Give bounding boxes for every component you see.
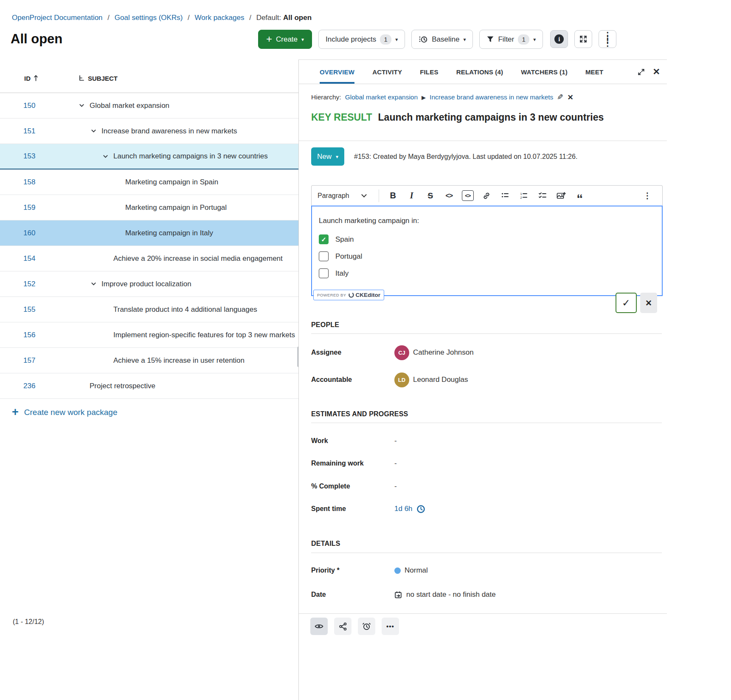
- strikethrough-icon[interactable]: S: [422, 188, 439, 204]
- editor-paragraph[interactable]: Launch marketing campaign in:: [319, 217, 655, 225]
- wp-subject[interactable]: Marketing campaign in Portugal: [125, 203, 227, 212]
- todo-list-icon[interactable]: [534, 188, 551, 204]
- tab-files[interactable]: FILES: [420, 60, 439, 84]
- wp-id-link[interactable]: 152: [23, 280, 35, 288]
- more-actions-button[interactable]: •••: [382, 618, 399, 635]
- breadcrumb-link-goal-settings[interactable]: Goal settings (OKRs): [115, 14, 183, 22]
- wp-subject[interactable]: Project retrospective: [90, 382, 155, 390]
- collapse-chevron-icon[interactable]: [90, 281, 101, 287]
- editor-content-area[interactable]: Launch marketing campaign in: ✓ Spain Po…: [311, 206, 663, 296]
- wp-subject[interactable]: Implement region-specific features for t…: [113, 331, 295, 339]
- wp-id-link[interactable]: 156: [23, 331, 35, 339]
- enlarge-panel-icon[interactable]: [638, 68, 645, 76]
- spent-time-link[interactable]: 1d 6h: [394, 505, 413, 513]
- cancel-button[interactable]: ✕: [640, 293, 657, 313]
- fullscreen-button[interactable]: [574, 30, 592, 48]
- breadcrumb-link-project[interactable]: OpenProject Documentation: [12, 14, 103, 22]
- remaining-work-value[interactable]: -: [394, 459, 397, 468]
- column-header-subject[interactable]: SUBJECT: [79, 75, 118, 82]
- more-menu-button[interactable]: ⋮⋮⋮: [599, 30, 616, 48]
- wp-id-link[interactable]: 154: [23, 254, 35, 262]
- watch-button[interactable]: [310, 618, 328, 635]
- baseline-button[interactable]: Baseline ▾: [411, 30, 473, 49]
- checklist-item-label[interactable]: Italy: [335, 269, 349, 278]
- breadcrumb-link-work-packages[interactable]: Work packages: [195, 14, 245, 22]
- wp-id-link[interactable]: 160: [23, 229, 35, 237]
- tab-relations[interactable]: RELATIONS (4): [456, 60, 503, 84]
- checkbox-unchecked-icon[interactable]: [319, 251, 329, 261]
- work-value[interactable]: -: [394, 437, 397, 445]
- inline-code-icon[interactable]: <>: [440, 188, 458, 204]
- wp-id-link[interactable]: 155: [23, 305, 35, 313]
- reminder-button[interactable]: [358, 618, 375, 635]
- wp-id-link[interactable]: 158: [23, 178, 35, 186]
- wp-subject[interactable]: Achieve a 20% increase in social media e…: [113, 254, 283, 263]
- bulleted-list-icon[interactable]: [496, 188, 514, 204]
- checkbox-checked-icon[interactable]: ✓: [319, 234, 329, 244]
- share-icon: [339, 622, 347, 631]
- numbered-list-icon[interactable]: 12: [515, 188, 533, 204]
- tab-activity[interactable]: ACTIVITY: [372, 60, 402, 84]
- assignee-name[interactable]: Catherine Johnson: [413, 348, 474, 357]
- save-button[interactable]: ✓: [616, 293, 637, 313]
- priority-row: Priority * Normal: [311, 563, 658, 578]
- info-button[interactable]: i: [550, 30, 568, 48]
- italic-icon[interactable]: I: [403, 188, 421, 204]
- link-icon[interactable]: [478, 188, 495, 204]
- accountable-value[interactable]: LD Leonard Douglas: [394, 373, 468, 387]
- share-button[interactable]: [334, 618, 351, 635]
- checklist-item-label[interactable]: Portugal: [335, 252, 362, 261]
- percent-complete-value[interactable]: -: [394, 482, 397, 491]
- wp-subject[interactable]: Improve product localization: [101, 280, 191, 288]
- insert-image-icon[interactable]: [552, 188, 570, 204]
- log-time-clock-icon[interactable]: [416, 505, 425, 514]
- include-projects-button[interactable]: Include projects 1 ▾: [318, 30, 405, 49]
- priority-value[interactable]: Normal: [394, 566, 428, 575]
- wp-subject[interactable]: Marketing campaign in Spain: [125, 178, 218, 186]
- assignee-value[interactable]: CJ Catherine Johnson: [394, 345, 474, 360]
- accountable-name[interactable]: Leonard Douglas: [413, 375, 468, 384]
- wp-id-link[interactable]: 159: [23, 203, 35, 212]
- tab-meet[interactable]: MEET: [585, 60, 603, 84]
- wp-subject[interactable]: Global market expansion: [90, 102, 169, 110]
- wp-subject[interactable]: Translate product into 4 additional lang…: [113, 305, 257, 314]
- assignee-label: Assignee: [311, 349, 394, 356]
- wp-title[interactable]: Launch marketing campaigns in 3 new coun…: [378, 112, 604, 123]
- create-button[interactable]: + Create ▾: [258, 30, 312, 49]
- remove-hierarchy-icon[interactable]: ✕: [567, 93, 573, 102]
- hierarchy-parent-link[interactable]: Global market expansion: [345, 93, 418, 101]
- wp-id-link[interactable]: 236: [23, 382, 35, 390]
- paragraph-style-dropdown[interactable]: Paragraph: [318, 192, 374, 200]
- ckeditor-logo: CKEditor: [349, 292, 380, 298]
- wp-subject[interactable]: Launch marketing campaigns in 3 new coun…: [113, 152, 268, 161]
- tab-watchers[interactable]: WATCHERS (1): [521, 60, 568, 84]
- wp-subject[interactable]: Achieve a 15% increase in user retention: [113, 356, 245, 365]
- collapse-chevron-icon[interactable]: [79, 102, 90, 109]
- collapse-chevron-icon[interactable]: [90, 128, 101, 134]
- code-block-icon[interactable]: <>: [459, 188, 477, 204]
- tab-overview[interactable]: OVERVIEW: [320, 60, 354, 84]
- close-panel-icon[interactable]: ✕: [652, 67, 660, 77]
- status-button[interactable]: New ▾: [311, 147, 344, 166]
- wp-subject[interactable]: Increase brand awareness in new markets: [101, 127, 237, 135]
- edit-hierarchy-icon[interactable]: ✎: [557, 93, 563, 102]
- create-new-work-package-link[interactable]: + Create new work package: [12, 406, 117, 418]
- powered-by-label: POWERED BY: [317, 293, 346, 297]
- wp-id-link[interactable]: 150: [23, 102, 35, 110]
- wp-id-link[interactable]: 153: [23, 152, 35, 160]
- date-value[interactable]: no start date - no finish date: [394, 590, 496, 599]
- bold-icon[interactable]: B: [384, 188, 402, 204]
- block-quote-icon[interactable]: “: [571, 188, 589, 204]
- checklist-item-label[interactable]: Spain: [335, 235, 354, 244]
- wp-id-link[interactable]: 151: [23, 127, 35, 135]
- wp-subject[interactable]: Marketing campaign in Italy: [125, 229, 213, 237]
- hierarchy-child-link[interactable]: Increase brand awareness in new markets: [430, 93, 553, 101]
- checkbox-unchecked-icon[interactable]: [319, 268, 329, 278]
- editor-more-icon[interactable]: ⋮: [638, 188, 656, 204]
- filter-button[interactable]: Filter 1 ▾: [479, 30, 543, 49]
- collapse-chevron-icon[interactable]: [102, 153, 113, 160]
- column-header-id[interactable]: ID: [0, 75, 79, 82]
- percent-complete-label: % Complete: [311, 483, 394, 490]
- breadcrumb-current-view: All open: [283, 14, 312, 22]
- wp-id-link[interactable]: 157: [23, 356, 35, 364]
